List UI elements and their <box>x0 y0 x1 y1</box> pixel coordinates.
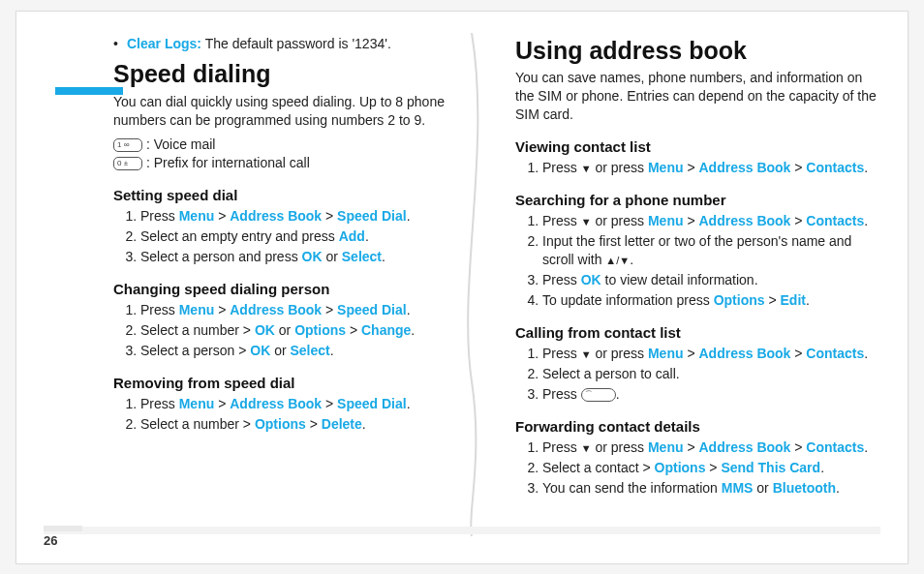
down-arrow-icon: ▼ <box>581 216 592 227</box>
list-item: Press Menu > Address Book > Speed Dial. <box>140 301 477 319</box>
list-item: Select a number > OK or Options > Change… <box>140 321 477 340</box>
right-column: Using address book You can save names, p… <box>515 35 878 534</box>
clear-logs-label: Clear Logs: <box>127 36 201 51</box>
address-book-intro: You can save names, phone numbers, and i… <box>515 69 878 124</box>
key-1-icon: 1 ∞ <box>113 138 142 152</box>
list-item: Select a number > Options > Delete. <box>140 415 477 434</box>
changing-speed-dial-steps: Press Menu > Address Book > Speed Dial. … <box>113 301 477 360</box>
setting-speed-dial-heading: Setting speed dial <box>113 186 477 205</box>
speed-dialing-intro: You can dial quickly using speed dialing… <box>113 93 477 130</box>
content-columns: Clear Logs: The default password is '123… <box>55 35 878 534</box>
up-down-arrow-icon: ▲/▼ <box>605 255 630 266</box>
down-arrow-icon: ▼ <box>581 163 592 174</box>
voicemail-key-line: 1 ∞ : Voice mail <box>113 136 477 154</box>
list-item: Select a contact > Options > Send This C… <box>542 459 878 477</box>
footer-line <box>44 527 880 534</box>
removing-speed-dial-heading: Removing from speed dial <box>113 374 477 393</box>
calling-contact-heading: Calling from contact list <box>515 323 878 343</box>
list-item: To update information press Options > Ed… <box>542 291 878 310</box>
calling-contact-steps: Press ▼ or press Menu > Address Book > C… <box>515 345 878 404</box>
list-item: Select a person to call. <box>542 365 878 383</box>
list-item: Input the first letter or two of the per… <box>542 232 878 269</box>
changing-speed-dial-heading: Changing speed dialing person <box>113 280 477 299</box>
forwarding-contact-steps: Press ▼ or press Menu > Address Book > C… <box>515 438 878 498</box>
searching-phone-heading: Searching for a phone number <box>515 191 878 210</box>
searching-phone-steps: Press ▼ or press Menu > Address Book > C… <box>515 212 878 309</box>
list-item: Press ▼ or press Menu > Address Book > C… <box>542 345 878 363</box>
forwarding-contact-heading: Forwarding contact details <box>515 417 878 437</box>
intl-prefix-key-line: 0 ± : Prefix for international call <box>113 154 477 172</box>
down-arrow-icon: ▼ <box>581 442 592 454</box>
manual-page: Clear Logs: The default password is '123… <box>15 11 909 564</box>
list-item: Press Menu > Address Book > Speed Dial. <box>140 395 477 413</box>
list-item: Select a person and press OK or Select. <box>140 248 477 266</box>
viewing-contact-list-heading: Viewing contact list <box>515 137 878 157</box>
list-item: Select a person > OK or Select. <box>140 342 477 360</box>
clear-logs-text: The default password is '1234'. <box>201 36 391 51</box>
address-book-heading: Using address book <box>515 35 878 68</box>
setting-speed-dial-steps: Press Menu > Address Book > Speed Dial. … <box>113 207 477 266</box>
list-item: Press OK to view detail information. <box>542 271 878 289</box>
list-item: Press ▼ or press Menu > Address Book > C… <box>542 438 878 457</box>
left-column: Clear Logs: The default password is '123… <box>55 35 477 534</box>
list-item: Press ▼ or press Menu > Address Book > C… <box>542 212 878 230</box>
page-number: 26 <box>44 526 82 548</box>
key-0-icon: 0 ± <box>113 157 142 170</box>
list-item: Press ⌒. <box>542 385 878 404</box>
removing-speed-dial-steps: Press Menu > Address Book > Speed Dial. … <box>113 395 477 434</box>
call-key-icon: ⌒ <box>581 388 616 402</box>
list-item: You can send the information MMS or Blue… <box>542 479 878 498</box>
list-item: Press Menu > Address Book > Speed Dial. <box>140 207 477 226</box>
viewing-contact-list-steps: Press ▼ or press Menu > Address Book > C… <box>515 159 878 177</box>
list-item: Select an empty entry and press Add. <box>140 227 477 246</box>
clear-logs-bullet: Clear Logs: The default password is '123… <box>113 35 477 53</box>
down-arrow-icon: ▼ <box>581 348 592 360</box>
speed-dialing-heading: Speed dialing <box>113 58 477 91</box>
list-item: Press ▼ or press Menu > Address Book > C… <box>542 159 878 177</box>
